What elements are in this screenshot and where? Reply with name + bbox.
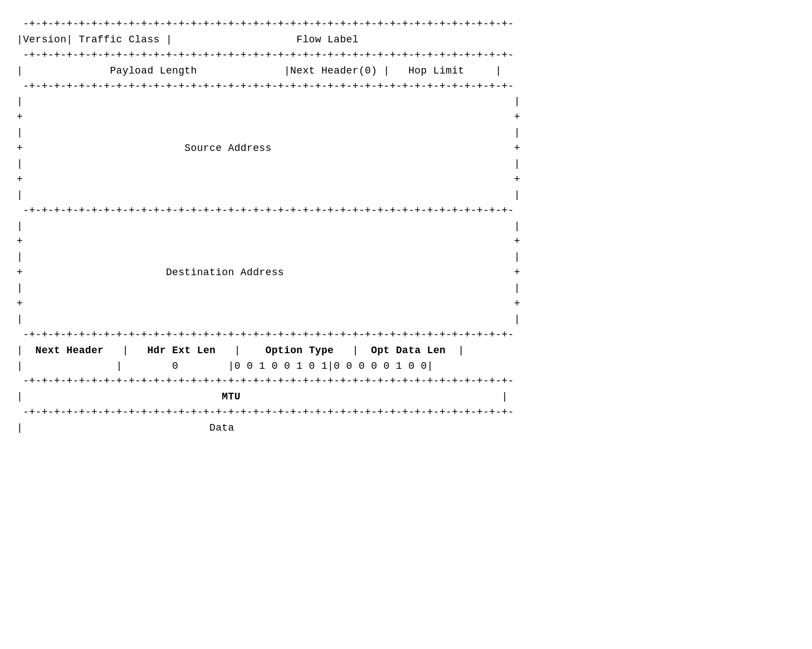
- dest-addr-plus2: + +: [17, 296, 795, 312]
- packet-diagram: -+-+-+-+-+-+-+-+-+-+-+-+-+-+-+-+-+-+-+-+…: [6, 11, 806, 442]
- row-nexthdr-hdrext-opttype-optdata-labels: | Next Header | Hdr Ext Len | Option Typ…: [17, 343, 795, 359]
- row-payload-nexthdr-hop: | Payload Length |Next Header(0) | Hop L…: [17, 64, 795, 79]
- dest-addr-row4: | |: [17, 312, 795, 328]
- source-addr-plus1: + +: [17, 110, 795, 125]
- separator-line-7: -+-+-+-+-+-+-+-+-+-+-+-+-+-+-+-+-+-+-+-+…: [17, 405, 795, 421]
- dest-addr-plus1: + +: [17, 234, 795, 250]
- separator-line-6: -+-+-+-+-+-+-+-+-+-+-+-+-+-+-+-+-+-+-+-+…: [17, 374, 795, 389]
- separator-line-1: -+-+-+-+-+-+-+-+-+-+-+-+-+-+-+-+-+-+-+-+…: [17, 17, 795, 32]
- source-addr-row1: | |: [17, 94, 795, 110]
- source-addr-label: + Source Address +: [17, 141, 795, 157]
- separator-line-5: -+-+-+-+-+-+-+-+-+-+-+-+-+-+-+-+-+-+-+-+…: [17, 328, 795, 343]
- separator-line-4: -+-+-+-+-+-+-+-+-+-+-+-+-+-+-+-+-+-+-+-+…: [17, 203, 795, 219]
- source-addr-row4: | |: [17, 188, 795, 203]
- row-version-traffic-flow: |Version| Traffic Class | Flow Label: [17, 32, 795, 48]
- separator-line-2: -+-+-+-+-+-+-+-+-+-+-+-+-+-+-+-+-+-+-+-+…: [17, 48, 795, 64]
- row-data: | Data: [17, 421, 795, 436]
- row-mtu: | MTU |: [17, 389, 795, 405]
- row-nexthdr-hdrext-opttype-optdata-values: | | 0 |0 0 1 0 0 1 0 1|0 0 0 0 0 1 0 0|: [17, 359, 795, 374]
- source-addr-row2: | |: [17, 125, 795, 141]
- dest-addr-row1: | |: [17, 219, 795, 235]
- dest-addr-row3: | |: [17, 281, 795, 296]
- separator-line-3: -+-+-+-+-+-+-+-+-+-+-+-+-+-+-+-+-+-+-+-+…: [17, 79, 795, 95]
- source-addr-row3: | |: [17, 157, 795, 172]
- dest-addr-row2: | |: [17, 250, 795, 265]
- source-addr-plus2: + +: [17, 172, 795, 188]
- dest-addr-label: + Destination Address +: [17, 265, 795, 281]
